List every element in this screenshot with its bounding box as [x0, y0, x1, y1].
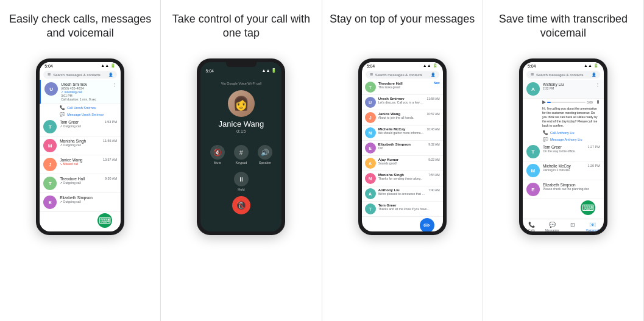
status-time: 5:04 — [528, 64, 536, 68]
vm-time: 1:27 PM — [587, 145, 600, 149]
msg-preview: Ok! — [378, 146, 426, 150]
avatar: M — [526, 164, 540, 177]
avatar: M — [43, 139, 57, 152]
pause-icon[interactable]: ⏸ — [595, 99, 600, 105]
avatar: J — [43, 158, 57, 171]
search-bar[interactable]: ☰ Search messages & contacts 👤 — [526, 71, 600, 79]
fab-button[interactable]: ⌨ — [97, 213, 112, 228]
msg-info: Janice Wang About to join the all hands. — [378, 112, 425, 119]
nav-messages[interactable]: 💬 Messages — [545, 222, 559, 231]
play-icon[interactable]: ▶ — [542, 99, 546, 105]
status-time: 5:04 — [44, 64, 53, 68]
voicemail-item[interactable]: E Elizabeth Simpson Please check out the… — [523, 180, 604, 199]
call-action-call[interactable]: 📞 Call Urosh Smirnov — [40, 104, 121, 111]
message-item[interactable]: J Janice Wang About to join the all hand… — [362, 110, 443, 125]
vm-time: 1:20 PM — [587, 164, 600, 168]
message-item[interactable]: M Manisha Singh Thanks for sending these… — [362, 171, 443, 186]
calls-panel: Easily check calls, messages and voicema… — [0, 0, 161, 321]
placeholder-icon: ⊡ — [568, 222, 577, 228]
fab-button[interactable]: ✏ — [420, 218, 434, 231]
duration-time: 0:00 — [587, 101, 593, 104]
status-icons: ▲▲ 🔋 — [584, 63, 599, 68]
status-bar: 5:04 ▲▲ 🔋 — [362, 62, 443, 69]
avatar: T — [43, 120, 57, 133]
caller-name: Elizabeth Simpson — [60, 196, 117, 200]
call-full-duration: Call duration: 1 min, 8 sec — [61, 97, 109, 101]
voicemail-item[interactable]: T Tom Greer On the way to the office. 1:… — [523, 143, 604, 161]
messages-panel: Stay on top of your messages 5:04 ▲▲ 🔋 ☰… — [322, 0, 483, 321]
call-time: 10:57 AM — [103, 158, 117, 161]
call-item[interactable]: E Elizabeth Simpson ↗ Outgoing call — [40, 193, 121, 212]
nav-calls[interactable]: 📞 Calls — [527, 222, 536, 231]
end-call-button[interactable]: 📵 — [232, 196, 250, 214]
msg-preview: We're pleased to announce that we will..… — [378, 192, 426, 196]
call-action-label: Call Urosh Smirnov — [67, 106, 96, 110]
mute-button[interactable]: 🔇 Mute — [210, 145, 225, 164]
phone-notch — [226, 62, 257, 67]
vm-info: Elizabeth Simpson Please check out the p… — [543, 183, 600, 191]
search-placeholder: Search messages & contacts — [53, 73, 101, 77]
messages-icon: 💬 — [548, 222, 556, 228]
message-item[interactable]: M Michelle McCay We should gather more i… — [362, 125, 443, 141]
more-icon[interactable]: ⋮ — [595, 82, 600, 88]
search-bar[interactable]: ☰ Search messages & contacts 👤 — [366, 71, 439, 79]
call-item[interactable]: M Manisha Singh ↗ Outgoing call 11:56 AM — [40, 136, 121, 155]
message-item[interactable]: T Theodore Hall This looks great! New — [362, 80, 443, 95]
call-time: 1:53 PM — [105, 120, 117, 124]
call-control-title: Take control of your call with one tap — [168, 12, 314, 49]
msg-info: Michelle McCay We should gather more inf… — [378, 127, 425, 135]
msg-preview: We should gather more information on... — [378, 131, 425, 135]
more-icon[interactable]: ⋮ — [112, 82, 117, 88]
message-item[interactable]: A Anthony Liu We're pleased to announce … — [362, 186, 443, 202]
call-item[interactable]: T Tom Greer ↗ Outgoing call 1:53 PM — [40, 118, 121, 136]
nav-calls-label: Calls — [528, 228, 535, 231]
msg-preview: Thanks and let me know if you have... — [378, 207, 440, 211]
voicemail-item[interactable]: M Michelle McCay Joining in 2 minutes. 1… — [523, 161, 604, 180]
msg-time: 11:58 AM — [426, 97, 439, 101]
msg-info: Tom Greer Thanks and let me know if you … — [378, 203, 440, 211]
search-bar[interactable]: ☰ Search messages & contacts 👤 — [43, 71, 117, 79]
message-item[interactable]: U Urosh Smirnov Let's discuss. Call you … — [362, 95, 443, 110]
speaker-button[interactable]: 🔊 Speaker — [258, 145, 272, 164]
via-text: Via Google Voice Wi-Fi call — [221, 82, 261, 85]
avatar: M — [365, 127, 376, 138]
hold-button[interactable]: ⏸ — [234, 172, 249, 186]
nav-voicemail[interactable]: 📧 Voicemail — [586, 222, 599, 231]
avatar: E — [43, 196, 57, 209]
voicemail-item-expanded[interactable]: A Anthony Liu 2:32 PM ⋮ — [523, 80, 604, 99]
phone-icon: 📞 — [543, 130, 548, 135]
message-icon: 💬 — [543, 137, 548, 142]
avatar: A — [365, 158, 376, 169]
vm-playback: ▶ 0:00 ⏸ — [523, 99, 604, 105]
status-bar: 5:04 ▲▲ 🔋 — [200, 67, 281, 74]
vm-name: Tom Greer — [543, 145, 585, 149]
call-item[interactable]: T Theodore Hall ↗ Outgoing call 9:30 AM — [40, 174, 121, 193]
message-item[interactable]: A Ajay Kumar Sounds good! 9:22 AM — [362, 156, 443, 171]
keypad-button[interactable]: # Keypad — [234, 145, 249, 164]
caller-name: Tom Greer — [60, 120, 102, 124]
fab-button[interactable]: ⌨ — [581, 200, 595, 215]
vm-action-message[interactable]: 💬 Message Anthony Liu — [523, 136, 604, 143]
vm-action-call[interactable]: 📞 Call Anthony Liu — [523, 129, 604, 136]
call-action-message[interactable]: 💬 Message Urosh Smirnov — [40, 111, 121, 118]
message-item[interactable]: T Tom Greer Thanks and let me know if yo… — [362, 202, 443, 217]
avatar: T — [526, 145, 540, 158]
call-type: ↗ Outgoing call — [60, 143, 100, 147]
vm-message-label: Message Anthony Liu — [550, 138, 582, 141]
call-control-phone: 5:04 ▲▲ 🔋 Via Google Voice Wi-Fi call 👩 … — [197, 58, 285, 235]
avatar-icon: 👤 — [108, 72, 113, 77]
message-item[interactable]: E Elizabeth Simpson Ok! 9:32 AM — [362, 141, 443, 156]
call-item-expanded[interactable]: U Urosh Smirnov (650) 435-4634 ✓ Incomin… — [40, 80, 121, 104]
call-type: ↘ Missed call — [60, 162, 100, 166]
vm-time: 2:32 PM — [543, 86, 592, 90]
play-progress — [547, 102, 551, 103]
search-placeholder: Search messages & contacts — [375, 73, 423, 77]
call-info: Theodore Hall ↗ Outgoing call — [60, 177, 102, 185]
speaker-label: Speaker — [259, 161, 272, 164]
menu-icon: ☰ — [370, 72, 373, 77]
play-bar[interactable] — [547, 102, 586, 103]
status-icons: ▲▲ 🔋 — [423, 63, 438, 68]
call-info: Urosh Smirnov (650) 435-4634 ✓ Incoming … — [61, 82, 109, 101]
vm-call-label: Call Anthony Liu — [550, 131, 575, 135]
call-item[interactable]: J Janice Wang ↘ Missed call 10:57 AM — [40, 155, 121, 174]
